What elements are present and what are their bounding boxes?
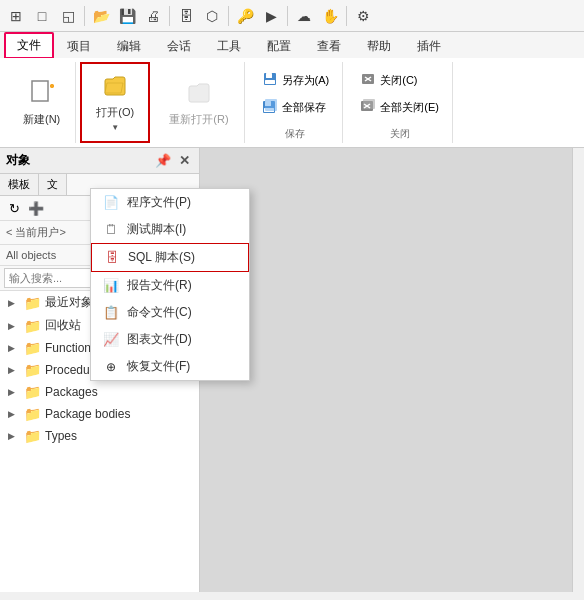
chevron-right-icon: ▶ — [8, 298, 20, 308]
sep3 — [228, 6, 229, 26]
panel-toolbar-add[interactable]: ➕ — [26, 198, 46, 218]
dropdown-item-test[interactable]: 🗒 测试脚本(I) — [91, 216, 249, 243]
save-group-title: 保存 — [285, 123, 305, 141]
reopen-label: 重新打开(R) — [169, 112, 228, 127]
packages-icon: 📁 — [24, 384, 41, 400]
dropdown-item-restore[interactable]: ⊕ 恢复文件(F) — [91, 353, 249, 380]
open-folder-icon-btn[interactable]: 📂 — [89, 4, 113, 28]
chevron-right-icon-4: ▶ — [8, 365, 20, 375]
open-dropdown-arrow[interactable]: ▼ — [111, 123, 119, 132]
report-file-icon: 📊 — [103, 278, 119, 294]
tree-item-types[interactable]: ▶ 📁 Types — [0, 425, 199, 447]
ribbon-tabs: 文件 项目 编辑 会话 工具 配置 查看 帮助 插件 — [0, 32, 584, 58]
panel-header: 对象 📌 ✕ — [0, 148, 199, 174]
dropdown-label-sql: SQL 脚本(S) — [128, 249, 195, 266]
tab-config[interactable]: 配置 — [254, 33, 304, 59]
svg-rect-4 — [266, 73, 272, 78]
dropdown-label-report: 报告文件(R) — [127, 277, 192, 294]
close-group-title: 关闭 — [390, 123, 410, 141]
tab-view[interactable]: 查看 — [304, 33, 354, 59]
tab-help[interactable]: 帮助 — [354, 33, 404, 59]
new-button[interactable]: 新建(N) — [14, 64, 69, 141]
run-icon-btn[interactable]: ▶ — [259, 4, 283, 28]
chevron-right-icon-7: ▶ — [8, 431, 20, 441]
command-file-icon: 📋 — [103, 305, 119, 321]
panel-pin-icon[interactable]: 📌 — [152, 152, 174, 169]
tree-label-recycle: 回收站 — [45, 317, 81, 334]
panel-tab-text[interactable]: 文 — [39, 174, 67, 195]
all-objects-text: All objects — [6, 249, 56, 261]
restore-file-icon: ⊕ — [103, 359, 119, 375]
tab-project[interactable]: 项目 — [54, 33, 104, 59]
workspace-placeholder — [200, 148, 572, 592]
ribbon-group-open: 打开(O) ▼ — [80, 62, 150, 143]
open-large-icon — [101, 71, 129, 103]
tab-edit[interactable]: 编辑 — [104, 33, 154, 59]
dropdown-item-chart[interactable]: 📈 图表文件(D) — [91, 326, 249, 353]
close-button[interactable]: 关闭(C) — [353, 68, 446, 93]
sep2 — [169, 6, 170, 26]
top-icon-bar: ⊞ □ ◱ 📂 💾 🖨 🗄 ⬡ 🔑 ▶ ☁ ✋ ⚙ — [0, 0, 584, 32]
reopen-large-icon — [185, 78, 213, 110]
save-all-icon — [262, 98, 278, 117]
database-icon-btn[interactable]: 🗄 — [174, 4, 198, 28]
save-icon-btn[interactable]: 💾 — [115, 4, 139, 28]
functions-icon: 📁 — [24, 340, 41, 356]
open-btn-wrapper: 打开(O) ▼ — [86, 66, 144, 132]
sep4 — [287, 6, 288, 26]
save-all-label: 全部保存 — [282, 100, 326, 115]
save-as-button[interactable]: 另存为(A) — [255, 68, 337, 93]
sep1 — [84, 6, 85, 26]
panel-close-icon[interactable]: ✕ — [176, 152, 193, 169]
ribbon-content: 新建(N) 打开(O) ▼ 重新打 — [0, 58, 584, 148]
chevron-right-icon-5: ▶ — [8, 387, 20, 397]
close-label: 关闭(C) — [380, 73, 417, 88]
panel-title: 对象 — [6, 152, 30, 169]
dropdown-label-program: 程序文件(P) — [127, 194, 191, 211]
open-button[interactable]: 打开(O) — [86, 66, 144, 125]
window-icon-btn[interactable]: □ — [30, 4, 54, 28]
panel-toolbar-refresh[interactable]: ↻ — [4, 198, 24, 218]
dropdown-item-program[interactable]: 📄 程序文件(P) — [91, 189, 249, 216]
ribbon-group-close: 关闭(C) 全部关闭(E) 关闭 — [347, 62, 453, 143]
svg-rect-5 — [265, 80, 275, 84]
test-script-icon: 🗒 — [103, 222, 119, 238]
tab-plugins[interactable]: 插件 — [404, 33, 454, 59]
save-as-icon — [262, 71, 278, 90]
types-icon: 📁 — [24, 428, 41, 444]
save-all-button[interactable]: 全部保存 — [255, 95, 337, 120]
hex-icon-btn[interactable]: ⬡ — [200, 4, 224, 28]
chevron-right-icon-3: ▶ — [8, 343, 20, 353]
tab-file[interactable]: 文件 — [4, 32, 54, 59]
right-workspace — [200, 148, 572, 592]
tab-session[interactable]: 会话 — [154, 33, 204, 59]
dropdown-label-test: 测试脚本(I) — [127, 221, 186, 238]
print-icon-btn[interactable]: 🖨 — [141, 4, 165, 28]
close-icon — [360, 71, 376, 90]
dropdown-item-sql[interactable]: 🗄 SQL 脚本(S) — [91, 243, 249, 272]
dropdown-item-command[interactable]: 📋 命令文件(C) — [91, 299, 249, 326]
tree-item-package-bodies[interactable]: ▶ 📁 Package bodies — [0, 403, 199, 425]
layout-icon-btn[interactable]: ◱ — [56, 4, 80, 28]
new-icon-btn[interactable]: ⊞ — [4, 4, 28, 28]
hand-icon-btn[interactable]: ✋ — [318, 4, 342, 28]
settings-icon-btn[interactable]: ⚙ — [351, 4, 375, 28]
new-large-icon — [28, 78, 56, 110]
ribbon-group-save: 另存为(A) 全部保存 保存 — [249, 62, 344, 143]
dropdown-label-chart: 图表文件(D) — [127, 331, 192, 348]
panel-header-icons: 📌 ✕ — [152, 152, 193, 169]
tab-tools[interactable]: 工具 — [204, 33, 254, 59]
key-icon-btn[interactable]: 🔑 — [233, 4, 257, 28]
tree-item-packages[interactable]: ▶ 📁 Packages — [0, 381, 199, 403]
dropdown-item-report[interactable]: 📊 报告文件(R) — [91, 272, 249, 299]
cloud-icon-btn[interactable]: ☁ — [292, 4, 316, 28]
ribbon-group-new: 新建(N) — [8, 62, 76, 143]
panel-tab-template[interactable]: 模板 — [0, 174, 39, 195]
chart-file-icon: 📈 — [103, 332, 119, 348]
recycle-icon: 📁 — [24, 318, 41, 334]
close-all-button[interactable]: 全部关闭(E) — [353, 95, 446, 120]
scrollbar-track[interactable] — [572, 148, 584, 592]
dropdown-label-command: 命令文件(C) — [127, 304, 192, 321]
reopen-button[interactable]: 重新打开(R) — [160, 64, 237, 141]
main-area: 对象 📌 ✕ 模板 文 ↻ ➕ < 当前用户> ▼ All object — [0, 148, 584, 592]
